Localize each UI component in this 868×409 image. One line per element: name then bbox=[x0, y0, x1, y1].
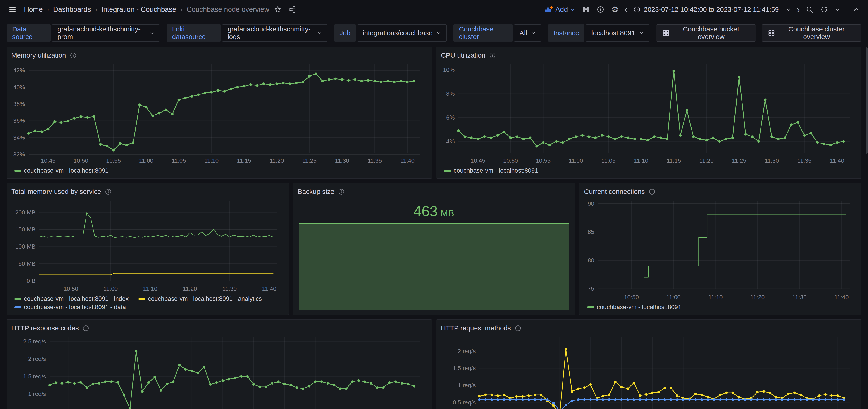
chevron-down-icon bbox=[150, 31, 154, 35]
total-memory-chart[interactable]: 10:5011:0011:1011:2011:3011:400 B50 MB10… bbox=[11, 197, 284, 294]
hamburger-icon bbox=[9, 6, 16, 13]
dashboard-settings-button[interactable]: ⚙ bbox=[609, 2, 621, 16]
svg-text:80: 80 bbox=[588, 257, 594, 264]
data-source-value: grafanacloud-keithschmitty-prom bbox=[58, 25, 146, 41]
data-source-select[interactable]: grafanacloud-keithschmitty-prom bbox=[52, 24, 160, 42]
panel-current-connections: Current connections 10:5011:0011:1011:20… bbox=[579, 183, 862, 315]
stat-value: 463MB bbox=[298, 197, 570, 223]
time-shift-forward-button[interactable]: › bbox=[796, 5, 801, 14]
nav-divider bbox=[846, 5, 847, 14]
favorite-button[interactable] bbox=[272, 3, 284, 15]
cpu-utilization-chart[interactable]: 10:4510:5010:5511:0011:0511:1011:1511:20… bbox=[441, 61, 857, 166]
save-dashboard-button[interactable] bbox=[580, 3, 592, 15]
http-request-methods-chart[interactable]: 10:4510:5010:5511:0011:0511:1011:1511:20… bbox=[441, 334, 857, 409]
legend-item[interactable]: couchbase-vm - localhost:8091 - index bbox=[14, 295, 128, 302]
breadcrumb-dashboards[interactable]: Dashboards bbox=[53, 5, 91, 13]
series-swatch bbox=[587, 306, 594, 308]
svg-text:42%: 42% bbox=[13, 67, 25, 74]
time-range-dropdown-caret[interactable] bbox=[783, 4, 793, 14]
share-button[interactable] bbox=[286, 3, 298, 15]
menu-toggle-button[interactable] bbox=[6, 4, 19, 15]
dashboard-insights-button[interactable] bbox=[594, 3, 607, 15]
couchbase-cluster-overview-link[interactable]: Couchbase cluster overview bbox=[762, 24, 861, 42]
save-icon bbox=[582, 6, 590, 13]
refresh-button[interactable] bbox=[818, 3, 830, 15]
current-connections-chart[interactable]: 10:5011:0011:1011:2011:3011:4075808590 bbox=[584, 197, 857, 302]
info-icon[interactable] bbox=[105, 189, 111, 195]
svg-text:11:00: 11:00 bbox=[569, 157, 583, 164]
panel-header[interactable]: Current connections bbox=[584, 186, 857, 197]
legend-item[interactable]: couchbase-vm - localhost:8091 bbox=[14, 167, 108, 174]
info-icon[interactable] bbox=[70, 53, 76, 59]
breadcrumb-separator: › bbox=[95, 6, 97, 13]
variable-data-source: Data source grafanacloud-keithschmitty-p… bbox=[7, 24, 160, 42]
svg-text:11:20: 11:20 bbox=[750, 294, 765, 301]
panel-header[interactable]: HTTP request methods bbox=[441, 323, 857, 334]
legend-label: couchbase-vm - localhost:8091 - analytic… bbox=[148, 295, 262, 302]
svg-text:10:45: 10:45 bbox=[470, 157, 485, 164]
couchbase-cluster-select[interactable]: All bbox=[514, 24, 541, 42]
scrollbar[interactable] bbox=[866, 47, 868, 154]
svg-text:11:10: 11:10 bbox=[143, 285, 157, 292]
svg-text:11:05: 11:05 bbox=[601, 157, 616, 164]
time-range-label: 2023-07-12 10:42:00 to 2023-07-12 11:41:… bbox=[644, 6, 779, 13]
apps-icon bbox=[768, 29, 775, 37]
info-icon[interactable] bbox=[338, 189, 344, 195]
info-icon[interactable] bbox=[515, 325, 521, 331]
info-icon[interactable] bbox=[490, 53, 496, 59]
info-circle-icon bbox=[597, 6, 604, 13]
total-memory-legend: couchbase-vm - localhost:8091 - index co… bbox=[11, 294, 284, 311]
legend-item[interactable]: couchbase-vm - localhost:8091 bbox=[587, 304, 681, 311]
cpu-utilization-legend: couchbase-vm - localhost:8091 bbox=[441, 166, 857, 174]
svg-text:150 MB: 150 MB bbox=[15, 226, 35, 233]
http-response-codes-chart[interactable]: 10:4510:5010:5511:0011:0511:1011:1511:20… bbox=[11, 334, 427, 409]
refresh-interval-caret[interactable] bbox=[833, 4, 842, 14]
job-select[interactable]: integrations/couchbase bbox=[357, 24, 447, 42]
panel-header[interactable]: HTTP response codes bbox=[11, 323, 427, 334]
add-panel-button[interactable]: Add bbox=[542, 4, 578, 15]
variable-job: Job integrations/couchbase bbox=[334, 24, 447, 42]
legend-item[interactable]: couchbase-vm - localhost:8091 - analytic… bbox=[138, 295, 262, 302]
chevron-down-icon bbox=[639, 31, 644, 35]
info-icon[interactable] bbox=[649, 189, 655, 195]
time-range-picker[interactable]: 2023-07-12 10:42:00 to 2023-07-12 11:41:… bbox=[631, 4, 781, 15]
info-icon[interactable] bbox=[83, 325, 89, 331]
svg-text:1 req/s: 1 req/s bbox=[28, 390, 46, 397]
chevron-down-icon bbox=[570, 7, 575, 12]
zoom-out-time-button[interactable] bbox=[804, 3, 816, 15]
breadcrumb-current-page: Couchbase node overview bbox=[187, 5, 269, 13]
svg-text:0 B: 0 B bbox=[27, 277, 35, 284]
svg-text:6%: 6% bbox=[446, 114, 455, 121]
legend-item[interactable]: couchbase-vm - localhost:8091 - data bbox=[14, 304, 126, 311]
stat-number: 463 bbox=[414, 203, 438, 219]
time-shift-back-button[interactable]: ‹ bbox=[623, 5, 629, 14]
breadcrumb-home[interactable]: Home bbox=[24, 5, 43, 13]
panel-header[interactable]: CPU utilization bbox=[441, 50, 857, 61]
loki-datasource-select[interactable]: grafanacloud-keithschmitty-logs bbox=[222, 24, 328, 42]
svg-text:11:25: 11:25 bbox=[302, 157, 316, 164]
breadcrumb-folder[interactable]: Integration - Couchbase bbox=[101, 5, 176, 13]
svg-text:38%: 38% bbox=[13, 101, 25, 107]
panel-header[interactable]: Backup size bbox=[298, 186, 570, 197]
svg-text:10:55: 10:55 bbox=[106, 157, 121, 164]
svg-text:11:30: 11:30 bbox=[335, 157, 349, 164]
chevron-up-icon bbox=[853, 6, 859, 13]
panel-header[interactable]: Total memory used by service bbox=[11, 186, 284, 197]
variable-loki-datasource: Loki datasource grafanacloud-keithschmit… bbox=[166, 24, 327, 42]
refresh-icon bbox=[820, 6, 828, 13]
svg-text:85: 85 bbox=[588, 229, 594, 235]
couchbase-bucket-overview-link[interactable]: Couchbase bucket overview bbox=[656, 24, 756, 42]
legend-label: couchbase-vm - localhost:8091 bbox=[454, 167, 538, 174]
svg-text:11:20: 11:20 bbox=[270, 157, 284, 164]
panel-title: Backup size bbox=[298, 188, 335, 196]
svg-text:2 req/s: 2 req/s bbox=[28, 355, 46, 362]
legend-item[interactable]: couchbase-vm - localhost:8091 bbox=[444, 167, 538, 174]
gear-icon: ⚙ bbox=[611, 5, 618, 14]
memory-utilization-chart[interactable]: 10:4510:5010:5511:0011:0511:1011:1511:20… bbox=[11, 61, 427, 166]
instance-select[interactable]: localhost:8091 bbox=[586, 24, 649, 42]
svg-text:11:15: 11:15 bbox=[666, 157, 681, 164]
kiosk-mode-button[interactable] bbox=[851, 4, 862, 15]
job-value: integrations/couchbase bbox=[363, 29, 433, 37]
panel-header[interactable]: Memory utilization bbox=[11, 50, 427, 61]
svg-text:11:10: 11:10 bbox=[709, 294, 723, 301]
